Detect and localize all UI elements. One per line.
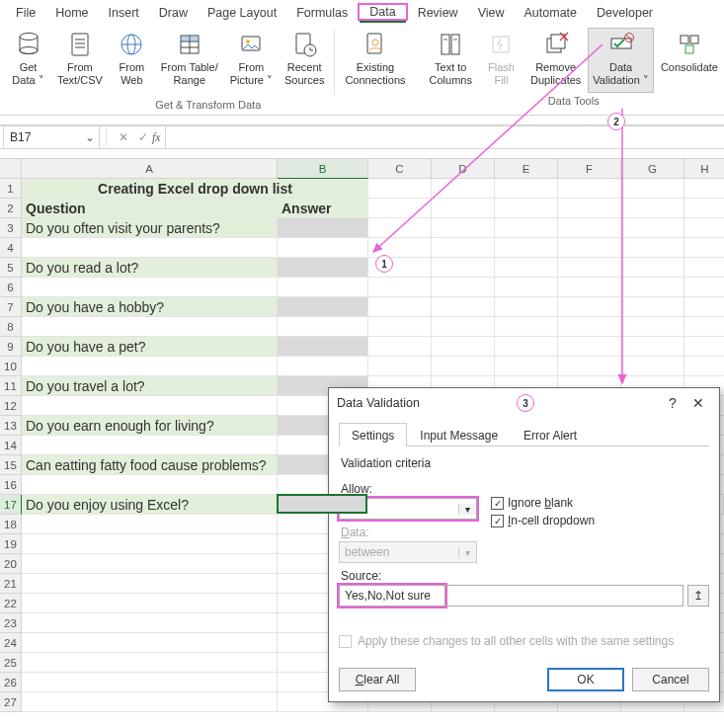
cell[interactable]: [278, 297, 368, 317]
from-table-range-button[interactable]: From Table/Range: [156, 28, 223, 93]
cell[interactable]: [22, 475, 278, 495]
cell[interactable]: [495, 317, 558, 337]
cell[interactable]: [277, 494, 367, 514]
select-all-corner[interactable]: [0, 159, 22, 179]
cell[interactable]: [368, 238, 432, 258]
rowhdr-12[interactable]: 12: [0, 396, 22, 416]
help-icon[interactable]: ?: [660, 395, 685, 411]
cell[interactable]: Creating Excel drop down list: [22, 179, 368, 199]
tab-input-message[interactable]: Input Message: [407, 423, 511, 446]
cell[interactable]: [432, 238, 495, 258]
tab-developer[interactable]: Developer: [587, 3, 663, 22]
cell[interactable]: [368, 317, 432, 337]
cell[interactable]: [278, 218, 368, 238]
cell[interactable]: [22, 574, 278, 594]
cell[interactable]: [495, 199, 558, 218]
ignore-blank-checkbox[interactable]: ✓ Ignore blank: [491, 496, 595, 510]
formula-input[interactable]: [165, 126, 724, 148]
cell[interactable]: [558, 258, 621, 278]
enter-formula-icon[interactable]: ✓: [138, 130, 148, 144]
source-input-rest[interactable]: [445, 585, 684, 607]
colhdr-E[interactable]: E: [495, 159, 558, 179]
rowhdr-25[interactable]: 25: [0, 653, 22, 673]
cell[interactable]: [558, 199, 621, 218]
cell[interactable]: [684, 218, 724, 238]
rowhdr-10[interactable]: 10: [0, 357, 22, 376]
cell[interactable]: [621, 278, 684, 297]
cell[interactable]: [432, 278, 495, 297]
cell[interactable]: [558, 179, 621, 199]
cell[interactable]: [22, 238, 278, 258]
fx-icon[interactable]: fx: [152, 130, 161, 145]
rowhdr-3[interactable]: 3: [0, 218, 22, 238]
colhdr-H[interactable]: H: [684, 159, 724, 179]
cell[interactable]: [278, 258, 368, 278]
cell[interactable]: [432, 199, 495, 218]
rowhdr-11[interactable]: 11: [0, 376, 22, 396]
rowhdr-16[interactable]: 16: [0, 475, 22, 495]
colhdr-A[interactable]: A: [22, 159, 278, 179]
cell[interactable]: Do you earn enough for living?: [22, 416, 278, 436]
cancel-button[interactable]: Cancel: [632, 668, 709, 691]
cell[interactable]: Answer: [278, 199, 368, 218]
from-web-button[interactable]: FromWeb: [110, 28, 154, 93]
tab-home[interactable]: Home: [45, 3, 98, 22]
rowhdr-19[interactable]: 19: [0, 534, 22, 554]
cell[interactable]: [684, 179, 724, 199]
cell[interactable]: [621, 179, 684, 199]
text-to-columns-button[interactable]: Text toColumns: [425, 28, 477, 93]
cell[interactable]: [368, 218, 432, 238]
tab-error-alert[interactable]: Error Alert: [511, 423, 590, 446]
tab-draw[interactable]: Draw: [149, 3, 198, 22]
cell[interactable]: [278, 317, 368, 337]
cell[interactable]: [278, 278, 368, 297]
cell[interactable]: [432, 337, 495, 357]
tab-file[interactable]: File: [6, 3, 45, 22]
consolidate-button[interactable]: Consolidate: [656, 28, 723, 93]
cell[interactable]: [22, 653, 278, 673]
rowhdr-9[interactable]: 9: [0, 337, 22, 357]
cell[interactable]: [432, 317, 495, 337]
cell[interactable]: [621, 357, 684, 376]
cell[interactable]: [432, 179, 495, 199]
cell[interactable]: [495, 337, 558, 357]
cell[interactable]: [684, 258, 724, 278]
colhdr-G[interactable]: G: [621, 159, 684, 179]
source-input[interactable]: Yes,No,Not sure: [339, 585, 445, 607]
flash-fill-button[interactable]: FlashFill: [479, 28, 523, 93]
cell[interactable]: [368, 357, 432, 376]
rowhdr-14[interactable]: 14: [0, 436, 22, 455]
cell[interactable]: [495, 258, 558, 278]
tab-view[interactable]: View: [468, 3, 515, 22]
rowhdr-17[interactable]: 17: [0, 495, 22, 515]
rowhdr-15[interactable]: 15: [0, 455, 22, 475]
cell[interactable]: [22, 613, 278, 633]
cell[interactable]: [22, 673, 278, 692]
rowhdr-26[interactable]: 26: [0, 673, 22, 692]
range-selector-icon[interactable]: ↥: [687, 585, 709, 607]
rowhdr-21[interactable]: 21: [0, 574, 22, 594]
cell[interactable]: [495, 278, 558, 297]
chevron-down-icon[interactable]: ⌄: [83, 130, 97, 144]
cell[interactable]: [621, 258, 684, 278]
name-box[interactable]: B17 ⌄: [3, 126, 100, 148]
cell[interactable]: [22, 633, 278, 653]
cell[interactable]: Do you often visit your parents?: [22, 218, 278, 238]
tab-settings[interactable]: Settings: [339, 423, 407, 446]
close-icon[interactable]: ✕: [685, 395, 711, 411]
cell[interactable]: [558, 278, 621, 297]
remove-duplicates-button[interactable]: RemoveDuplicates: [525, 28, 586, 93]
tab-page-layout[interactable]: Page Layout: [198, 3, 286, 22]
cell[interactable]: [558, 337, 621, 357]
rowhdr-24[interactable]: 24: [0, 633, 22, 653]
cell[interactable]: [621, 218, 684, 238]
cell[interactable]: [621, 317, 684, 337]
cell[interactable]: [495, 179, 558, 199]
tab-insert[interactable]: Insert: [99, 3, 149, 22]
cell[interactable]: [22, 436, 278, 455]
tab-formulas[interactable]: Formulas: [286, 3, 358, 22]
rowhdr-23[interactable]: 23: [0, 613, 22, 633]
cell[interactable]: [368, 297, 432, 317]
cell[interactable]: [432, 297, 495, 317]
cell[interactable]: [558, 317, 621, 337]
